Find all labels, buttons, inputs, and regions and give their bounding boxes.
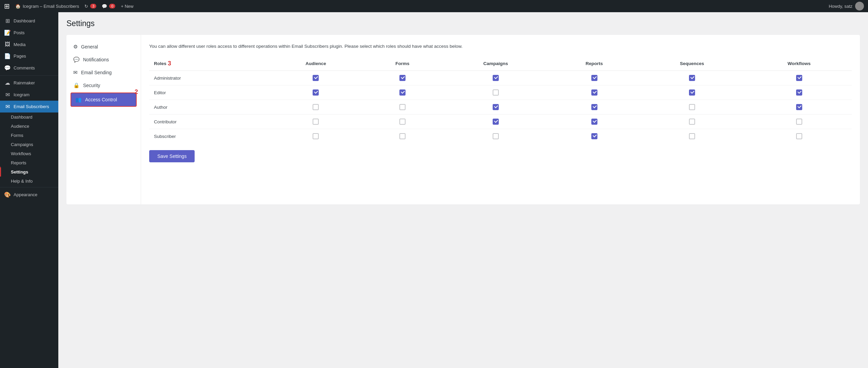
col-workflows: Workflows — [746, 57, 852, 71]
settings-annotation-1: 1 — [0, 166, 0, 173]
checkbox-contributor-sequences[interactable] — [689, 119, 695, 125]
general-icon: ⚙ — [73, 44, 78, 50]
col-campaigns: Campaigns — [440, 57, 551, 71]
access-control-description: You can allow different user roles acces… — [149, 43, 852, 50]
pages-icon: 📄 — [4, 53, 11, 59]
media-icon: 🖼 — [4, 41, 11, 47]
security-icon: 🔒 — [73, 82, 80, 88]
comments-icon: 💬 — [4, 65, 11, 71]
main-content: Settings ⚙ General 💬 Notifications ✉ Ema… — [58, 12, 868, 368]
email-subscribers-submenu: Dashboard Audience Forms Campaigns Workf… — [0, 113, 58, 186]
checkbox-author-forms[interactable] — [399, 104, 406, 110]
checkbox-administrator-workflows[interactable] — [796, 75, 802, 81]
notifications-icon: 💬 — [73, 57, 80, 63]
sidebar-item-sub-audience[interactable]: Audience — [0, 122, 58, 131]
user-avatar[interactable] — [855, 2, 864, 11]
page-title: Settings — [66, 19, 860, 28]
role-name: Editor — [149, 85, 267, 100]
checkbox-subscriber-campaigns[interactable] — [493, 133, 499, 139]
checkbox-editor-reports[interactable] — [591, 89, 597, 96]
sidebar-item-sub-forms[interactable]: Forms — [0, 131, 58, 140]
checkbox-author-workflows[interactable] — [796, 104, 802, 110]
table-row: Author — [149, 100, 852, 115]
checkbox-author-campaigns[interactable] — [493, 104, 499, 110]
settings-nav-general[interactable]: ⚙ General — [66, 40, 141, 53]
comments-count: 0 — [109, 4, 115, 8]
sidebar-item-media[interactable]: 🖼 Media — [0, 39, 58, 50]
col-forms: Forms — [364, 57, 440, 71]
table-row: Editor — [149, 85, 852, 100]
checkbox-author-audience[interactable] — [313, 104, 319, 110]
access-control-icon: 👥 — [75, 97, 82, 103]
checkbox-editor-workflows[interactable] — [796, 89, 802, 96]
sidebar-item-posts[interactable]: 📝 Posts — [0, 27, 58, 39]
checkbox-administrator-sequences[interactable] — [689, 75, 695, 81]
sidebar-item-sub-help[interactable]: Help & Info — [0, 177, 58, 186]
updates-icon: ↻ — [84, 4, 88, 9]
sidebar-item-icegram[interactable]: ✉ Icegram — [0, 89, 58, 101]
sidebar-item-sub-dashboard[interactable]: Dashboard — [0, 113, 58, 122]
table-row: Administrator — [149, 71, 852, 85]
sidebar-item-pages[interactable]: 📄 Pages — [0, 50, 58, 62]
comments-icon: 💬 — [102, 4, 107, 9]
checkbox-subscriber-workflows[interactable] — [796, 133, 802, 139]
checkbox-subscriber-audience[interactable] — [313, 133, 319, 139]
adminbar-site[interactable]: 🏠 Icegram – Email Subscribers — [15, 4, 79, 9]
settings-nav-notifications[interactable]: 💬 Notifications — [66, 53, 141, 66]
role-name: Administrator — [149, 71, 267, 85]
checkbox-editor-sequences[interactable] — [689, 89, 695, 96]
table-row: Subscriber — [149, 129, 852, 144]
role-name: Contributor — [149, 115, 267, 129]
email-sending-icon: ✉ — [73, 69, 78, 76]
checkbox-subscriber-sequences[interactable] — [689, 133, 695, 139]
settings-nav-security[interactable]: 🔒 Security — [66, 79, 141, 92]
adminbar-updates[interactable]: ↻ 3 — [84, 4, 96, 9]
sidebar-item-dashboard[interactable]: ⊞ Dashboard — [0, 15, 58, 27]
checkbox-administrator-audience[interactable] — [313, 75, 319, 81]
adminbar-comments[interactable]: 💬 0 — [102, 4, 115, 9]
annotation-2-badge: 2 — [135, 88, 138, 96]
sidebar-item-appearance[interactable]: 🎨 Appearance — [0, 189, 58, 201]
adminbar-new[interactable]: + New — [121, 4, 133, 9]
rainmaker-icon: ☁ — [4, 80, 11, 86]
checkbox-contributor-campaigns[interactable] — [493, 119, 499, 125]
checkbox-subscriber-reports[interactable] — [591, 133, 597, 139]
col-sequences: Sequences — [637, 57, 746, 71]
access-control-nav-wrapper: 👥 Access Control 2 — [66, 93, 141, 107]
dashboard-icon: ⊞ — [4, 18, 11, 24]
sidebar-item-sub-reports[interactable]: Reports — [0, 158, 58, 167]
checkbox-contributor-workflows[interactable] — [796, 119, 802, 125]
checkbox-administrator-forms[interactable] — [399, 75, 406, 81]
sidebar-item-sub-settings[interactable]: Settings 1 — [0, 167, 58, 177]
sidebar-item-sub-workflows[interactable]: Workflows — [0, 149, 58, 158]
checkbox-contributor-audience[interactable] — [313, 119, 319, 125]
checkbox-contributor-reports[interactable] — [591, 119, 597, 125]
new-label: + New — [121, 4, 133, 9]
access-control-content: You can allow different user roles acces… — [141, 35, 860, 204]
checkbox-editor-campaigns[interactable] — [493, 89, 499, 96]
checkbox-administrator-campaigns[interactable] — [493, 75, 499, 81]
checkbox-administrator-reports[interactable] — [591, 75, 597, 81]
settings-card: ⚙ General 💬 Notifications ✉ Email Sendin… — [66, 35, 860, 204]
site-name: Icegram – Email Subscribers — [23, 4, 79, 9]
checkbox-editor-audience[interactable] — [313, 89, 319, 96]
admin-bar: ⊞ 🏠 Icegram – Email Subscribers ↻ 3 💬 0 … — [0, 0, 868, 12]
access-control-table: Roles 3 Audience Forms Campaigns Reports… — [149, 57, 852, 143]
sidebar-item-rainmaker[interactable]: ☁ Rainmaker — [0, 77, 58, 89]
role-name: Author — [149, 100, 267, 115]
checkbox-contributor-forms[interactable] — [399, 119, 406, 125]
checkbox-subscriber-forms[interactable] — [399, 133, 406, 139]
sidebar-item-email-subscribers[interactable]: ✉ Email Subscribers — [0, 101, 58, 113]
howdy-text: Howdy, satz — [829, 4, 852, 9]
checkbox-author-sequences[interactable] — [689, 104, 695, 110]
wp-logo-icon[interactable]: ⊞ — [4, 2, 10, 10]
sidebar-item-comments[interactable]: 💬 Comments — [0, 62, 58, 74]
settings-nav-email-sending[interactable]: ✉ Email Sending — [66, 66, 141, 79]
save-settings-button[interactable]: Save Settings — [149, 150, 195, 162]
sidebar-item-sub-campaigns[interactable]: Campaigns — [0, 140, 58, 149]
col-audience: Audience — [267, 57, 364, 71]
checkbox-author-reports[interactable] — [591, 104, 597, 110]
checkbox-editor-forms[interactable] — [399, 89, 406, 96]
settings-nav-access-control[interactable]: 👥 Access Control — [71, 93, 137, 107]
roles-badge: 3 — [168, 60, 171, 67]
